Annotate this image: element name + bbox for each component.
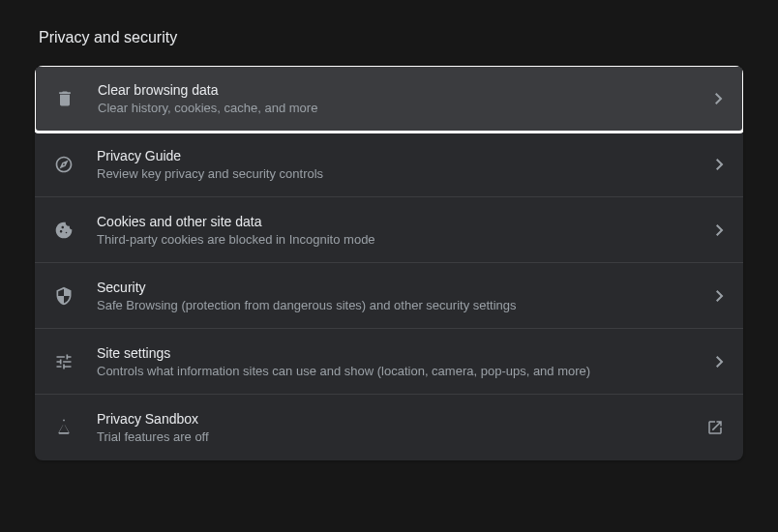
shield-icon <box>54 286 74 306</box>
item-title: Security <box>97 280 716 295</box>
chevron-right-icon <box>716 290 724 302</box>
item-title: Privacy Guide <box>97 148 716 163</box>
item-text: Security Safe Browsing (protection from … <box>97 280 716 312</box>
flask-icon <box>54 418 74 437</box>
settings-item-security[interactable]: Security Safe Browsing (protection from … <box>35 263 743 329</box>
settings-item-privacy-sandbox[interactable]: Privacy Sandbox Trial features are off <box>35 395 743 460</box>
item-text: Site settings Controls what information … <box>97 345 716 378</box>
compass-icon <box>54 155 74 174</box>
item-title: Cookies and other site data <box>97 214 716 229</box>
item-subtitle: Controls what information sites can use … <box>97 364 716 378</box>
item-subtitle: Safe Browsing (protection from dangerous… <box>97 298 716 312</box>
external-link-icon <box>706 419 724 436</box>
chevron-right-icon <box>715 93 723 104</box>
tune-icon <box>54 352 74 371</box>
cookie-icon <box>54 221 74 240</box>
item-title: Site settings <box>97 345 716 361</box>
trash-icon <box>55 89 75 108</box>
chevron-right-icon <box>716 356 724 368</box>
settings-item-clear-browsing-data[interactable]: Clear browsing data Clear history, cooki… <box>35 66 743 133</box>
item-subtitle: Review key privacy and security controls <box>97 166 716 181</box>
item-title: Clear browsing data <box>98 82 715 98</box>
chevron-right-icon <box>716 159 724 170</box>
item-text: Privacy Sandbox Trial features are off <box>97 411 706 444</box>
settings-item-site-settings[interactable]: Site settings Controls what information … <box>35 329 743 395</box>
chevron-right-icon <box>716 224 724 236</box>
item-title: Privacy Sandbox <box>97 411 706 427</box>
item-subtitle: Trial features are off <box>97 429 706 444</box>
item-text: Cookies and other site data Third-party … <box>97 214 716 247</box>
item-text: Privacy Guide Review key privacy and sec… <box>97 148 716 181</box>
settings-item-privacy-guide[interactable]: Privacy Guide Review key privacy and sec… <box>35 132 743 197</box>
item-subtitle: Clear history, cookies, cache, and more <box>98 101 715 115</box>
section-title: Privacy and security <box>35 29 743 46</box>
item-text: Clear browsing data Clear history, cooki… <box>98 82 715 115</box>
settings-item-cookies[interactable]: Cookies and other site data Third-party … <box>35 197 743 263</box>
settings-list: Clear browsing data Clear history, cooki… <box>35 66 743 460</box>
item-subtitle: Third-party cookies are blocked in Incog… <box>97 232 716 247</box>
